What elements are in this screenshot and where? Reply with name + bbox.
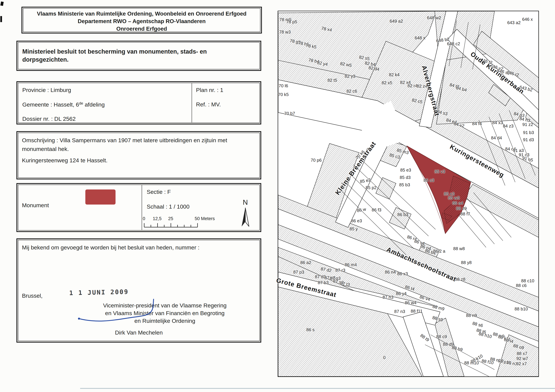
sectie-label: Sectie : F: [147, 189, 171, 195]
description-line-1: Omschrijving : Villa Sampermans van 1907…: [22, 137, 227, 143]
signature: [17, 239, 260, 342]
decree-line-2: dorpsgezichten.: [22, 56, 69, 63]
provincie-field: Provincie : Limburg: [22, 87, 71, 93]
legend-box: Monument Sectie : F Schaal : 1 / 1000 0 …: [16, 183, 261, 232]
north-letter: N: [240, 198, 251, 207]
scan-artifact-line: [80, 388, 555, 389]
ref-field: Ref. : MV.: [196, 101, 221, 108]
monument-color-swatch: [85, 189, 116, 205]
gemeente-field: Gemeente : Hasselt, 6de afdeling: [22, 101, 105, 108]
scan-artifact: [0, 16, 2, 22]
info-box: Provincie : Limburg Gemeente : Hasselt, …: [16, 81, 261, 124]
ministry-header-box: Vlaams Ministerie van Ruimtelijke Ordeni…: [22, 7, 262, 34]
scale-bar: [140, 216, 204, 230]
closing-box: Mij bekend om gevoegd te worden bij het …: [16, 238, 261, 342]
decree-title: Ministerieel besluit tot bescherming van…: [22, 48, 207, 64]
dossier-field: Dossier nr. : DL 2562: [22, 116, 76, 122]
info-divider: [192, 83, 192, 122]
monument-label: Monument: [22, 202, 49, 209]
description-box: Omschrijving : Villa Sampermans van 1907…: [16, 131, 261, 179]
street-name-label: Grote Breemstraat: [276, 277, 337, 299]
street-labels-layer: Oude KuringerbaanAlverbergstraatKuringer…: [278, 11, 538, 376]
decree-line-1: Ministerieel besluit tot bescherming van…: [22, 48, 207, 55]
decree-title-box: Ministerieel besluit tot bescherming van…: [16, 41, 261, 71]
street-name-label: Kuringersteenweg: [449, 143, 505, 179]
ministry-line-2: Departement RWO – Agentschap RO-Vlaander…: [22, 17, 261, 25]
schaal-label: Schaal : 1 / 1000: [147, 203, 190, 210]
description-line-2: monumentaal hek.: [22, 146, 69, 152]
scanned-decree-page: Vlaams Ministerie van Ruimtelijke Ordeni…: [0, 0, 555, 392]
scan-artifact: [0, 1, 4, 6]
street-name-label: Oude Kuringerbaan: [469, 50, 526, 95]
street-name-label: Alverbergstraat: [420, 65, 441, 117]
plan-field: Plan nr. : 1: [196, 87, 223, 93]
north-arrow-icon: [240, 207, 251, 228]
street-name-label: Ambachtsschoolstraat: [385, 246, 457, 283]
signer-name: Dirk Van Mechelen: [88, 329, 189, 336]
description-line-3: Kuringersteenweg 124 te Hasselt.: [22, 157, 108, 164]
ministry-line-1: Vlaams Ministerie van Ruimtelijke Ordeni…: [22, 10, 261, 17]
ministry-line-3: Onroerend Erfgoed: [22, 25, 261, 33]
cadastral-map: 78 m578 p578 w378 g578 h578 k578 x478 b4…: [278, 11, 539, 377]
street-name-label: Kleine Breemstraat: [334, 140, 378, 196]
